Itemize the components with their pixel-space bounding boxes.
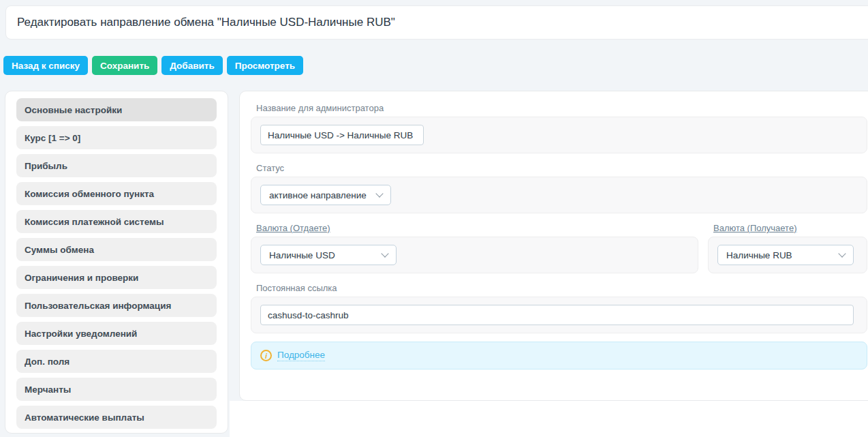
sidebar-item-profit[interactable]: Прибыль bbox=[16, 154, 217, 177]
toolbar: Назад к списку Сохранить Добавить Просмо… bbox=[3, 56, 303, 75]
settings-sidebar: Основные настройки Курс [1 => 0] Прибыль… bbox=[5, 91, 228, 434]
currency-get-field-group: Наличные RUB bbox=[708, 237, 867, 273]
currency-give-field-group: Наличные USD bbox=[251, 237, 698, 273]
permalink-input[interactable] bbox=[260, 305, 854, 325]
sidebar-item-limits-checks[interactable]: Ограничения и проверки bbox=[16, 266, 217, 289]
currency-get-label[interactable]: Валюта (Получаете) bbox=[713, 223, 796, 234]
main-settings-panel: Название для администратора Статус актив… bbox=[239, 91, 868, 401]
sidebar-item-user-information[interactable]: Пользовательская информация bbox=[16, 294, 217, 317]
sidebar-item-merchants[interactable]: Мерчанты bbox=[16, 378, 217, 401]
admin-name-label: Название для администратора bbox=[256, 103, 384, 114]
back-to-list-button[interactable]: Назад к списку bbox=[3, 56, 88, 75]
status-select-value: активное направление bbox=[269, 190, 367, 200]
add-button[interactable]: Добавить bbox=[161, 56, 222, 75]
chevron-down-icon bbox=[375, 190, 383, 197]
sidebar-item-main-settings[interactable]: Основные настройки bbox=[16, 98, 217, 121]
save-button[interactable]: Сохранить bbox=[92, 56, 157, 75]
sidebar-item-exchange-commission[interactable]: Комиссия обменного пункта bbox=[16, 182, 217, 205]
sidebar-item-rate[interactable]: Курс [1 => 0] bbox=[16, 126, 217, 149]
currency-give-select-value: Наличные USD bbox=[269, 250, 335, 260]
status-field-group: активное направление bbox=[251, 177, 867, 213]
info-box: i Подробнее bbox=[251, 342, 867, 370]
details-link[interactable]: Подробнее bbox=[277, 350, 325, 361]
chevron-down-icon bbox=[838, 250, 846, 257]
chevron-down-icon bbox=[381, 250, 388, 257]
admin-name-input[interactable] bbox=[260, 125, 424, 145]
currency-give-select[interactable]: Наличные USD bbox=[260, 245, 397, 265]
currency-give-label[interactable]: Валюта (Отдаете) bbox=[256, 223, 330, 234]
sidebar-item-notification-settings[interactable]: Настройки уведомлений bbox=[16, 322, 217, 345]
currency-get-select-value: Наличные RUB bbox=[726, 250, 792, 260]
permalink-field-group bbox=[251, 297, 867, 333]
content-background bbox=[230, 401, 868, 437]
admin-name-field-group bbox=[251, 117, 867, 153]
info-icon: i bbox=[260, 350, 272, 361]
currency-row: Валюта (Отдаете) Наличные USD Валюта (По… bbox=[251, 222, 867, 282]
page-header: Редактировать направление обмена "Наличн… bbox=[5, 5, 868, 40]
permalink-label: Постоянная ссылка bbox=[256, 283, 337, 294]
sidebar-item-payment-system-commission[interactable]: Комиссия платежной системы bbox=[16, 210, 217, 233]
sidebar-item-exchange-amounts[interactable]: Суммы обмена bbox=[16, 238, 217, 261]
sidebar-item-extra-fields[interactable]: Доп. поля bbox=[16, 350, 217, 373]
sidebar-item-auto-payouts[interactable]: Автоматические выплаты bbox=[16, 406, 217, 429]
page-title: Редактировать направление обмена "Наличн… bbox=[17, 16, 395, 29]
status-select[interactable]: активное направление bbox=[260, 185, 391, 205]
status-label: Статус bbox=[256, 163, 284, 174]
currency-get-select[interactable]: Наличные RUB bbox=[717, 245, 854, 265]
view-button[interactable]: Просмотреть bbox=[227, 56, 303, 75]
